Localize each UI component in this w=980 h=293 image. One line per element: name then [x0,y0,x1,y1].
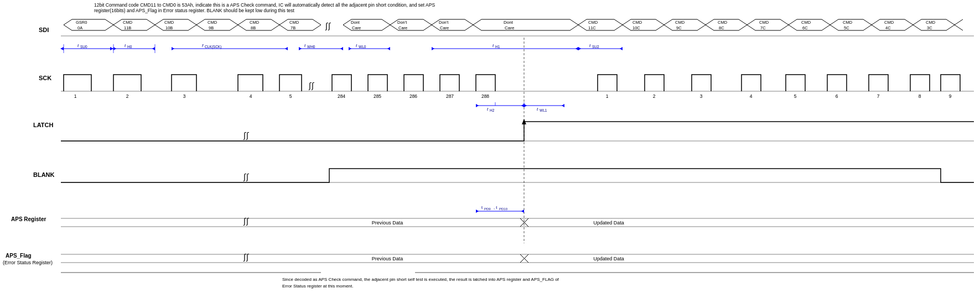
svg-text:ʃʃ: ʃʃ [243,217,249,226]
svg-text:Previous Data: Previous Data [372,220,403,226]
svg-text:6C: 6C [802,25,808,30]
aps-flag-sublabel: (Error Status Register) [3,260,53,265]
svg-text:Updated Data: Updated Data [593,220,624,226]
svg-text:CMD: CMD [843,20,853,25]
svg-text:Don't: Don't [397,20,407,25]
svg-text:287: 287 [446,93,454,99]
sdi-label: SDI [39,27,49,33]
svg-text:Care: Care [352,25,361,30]
svg-text:PD9: PD9 [484,207,491,211]
svg-text:CMD: CMD [718,20,728,25]
svg-text:7: 7 [877,93,880,99]
svg-text:10B: 10B [165,25,173,30]
svg-text:t: t [77,43,79,48]
svg-text:9B: 9B [209,25,214,30]
svg-text:4C: 4C [885,25,891,30]
svg-marker-95 [476,104,479,107]
svg-text:CMD: CMD [289,20,299,25]
svg-text:1: 1 [74,93,77,99]
svg-text:t: t [492,43,494,48]
svg-text:Error Status register at this : Error Status register at this moment. [282,284,354,289]
svg-marker-129 [476,210,479,213]
svg-text:, t: , t [494,205,497,210]
svg-text:8C: 8C [719,25,724,30]
svg-text:H2: H2 [490,108,495,112]
svg-text:t: t [589,43,591,48]
svg-text:9: 9 [949,93,952,99]
svg-text:CMD: CMD [588,20,598,25]
svg-text:CMD: CMD [164,20,174,25]
svg-text:Care: Care [398,25,407,30]
svg-text:CMD: CMD [208,20,217,25]
svg-text:2: 2 [126,93,129,99]
svg-text:5: 5 [289,93,292,99]
svg-text:ʃʃ: ʃʃ [243,172,249,181]
svg-text:284: 284 [338,93,345,99]
svg-text:CMD: CMD [250,20,260,25]
svg-marker-76 [578,47,581,50]
svg-marker-102 [562,104,564,107]
svg-text:Dont: Dont [504,20,514,25]
svg-marker-77 [620,47,623,50]
svg-text:3C: 3C [927,25,932,30]
svg-text:H0: H0 [127,45,132,49]
svg-text:11C: 11C [588,25,596,30]
svg-text:ʃʃ: ʃʃ [308,81,314,90]
svg-text:8: 8 [919,93,921,99]
svg-text:12bit Command code CMD11 to CM: 12bit Command code CMD11 to CMD0 is 53Ah… [94,2,435,8]
svg-text:Dont: Dont [351,20,360,25]
svg-text:SU0: SU0 [80,45,87,49]
svg-text:f: f [202,43,204,48]
svg-text:4: 4 [250,93,252,99]
svg-marker-61 [299,47,302,50]
sck-label: SCK [39,75,51,81]
svg-marker-101 [524,104,527,107]
svg-text:register(16bits) and APS_Flag : register(16bits) and APS_Flag in Error s… [94,8,295,13]
svg-marker-51 [113,47,116,50]
svg-text:5C: 5C [844,25,849,30]
svg-text:288: 288 [481,93,489,99]
blank-label: BLANK [33,171,55,178]
svg-text:7B: 7B [291,25,295,30]
svg-text:t: t [356,43,357,48]
svg-marker-71 [432,47,434,50]
svg-text:t: t [537,107,538,112]
svg-text:8B: 8B [251,25,256,30]
timing-diagram: 12bit Command code CMD11 to CMD0 is 53Ah… [0,0,980,293]
svg-marker-62 [340,47,343,50]
svg-text:285: 285 [374,93,381,99]
svg-text:H1: H1 [495,45,500,49]
svg-text:CMD: CMD [801,20,811,25]
svg-text:Updated Data: Updated Data [593,256,624,261]
svg-marker-67 [387,47,390,50]
svg-text:10C: 10C [632,25,640,30]
svg-text:0A: 0A [77,25,82,30]
svg-marker-96 [521,104,524,107]
svg-marker-57 [285,47,288,50]
svg-text:11B: 11B [124,25,131,30]
latch-label: LATCH [33,122,54,128]
svg-text:t: t [487,107,489,112]
svg-marker-66 [349,47,351,50]
svg-text:1: 1 [606,93,609,99]
svg-text:t: t [125,43,126,48]
svg-text:7C: 7C [760,25,766,30]
svg-text:286: 286 [409,93,417,99]
svg-text:Don't: Don't [439,20,449,25]
svg-text:CMD: CMD [632,20,642,25]
svg-text:CMD: CMD [884,20,894,25]
svg-text:ʃʃ: ʃʃ [325,22,331,30]
svg-text:CLK(SCK): CLK(SCK) [205,45,221,49]
svg-text:Since decoded as APS Check com: Since decoded as APS Check command, the … [282,277,559,282]
svg-marker-52 [152,47,155,50]
aps-register-label: APS Register [11,216,46,222]
svg-text:9C: 9C [676,25,682,30]
svg-text:ʃʃ: ʃʃ [243,131,249,140]
svg-text:2: 2 [653,93,656,99]
svg-text:t: t [481,205,483,210]
svg-text:SU2: SU2 [592,45,599,49]
svg-text:CMD: CMD [675,20,685,25]
svg-text:3: 3 [700,93,703,99]
svg-text:Previous Data: Previous Data [372,256,403,261]
svg-marker-130 [521,210,524,213]
